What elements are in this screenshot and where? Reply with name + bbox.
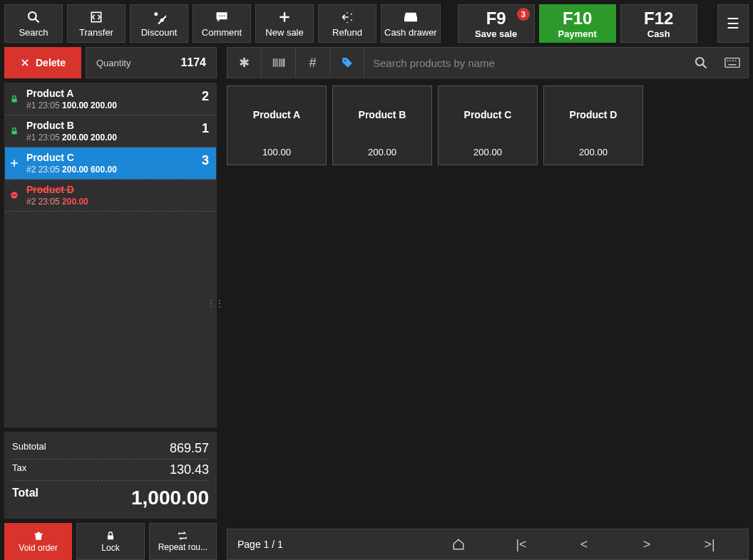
comment-icon <box>215 9 229 25</box>
pager: Page 1 / 1 |< < > >| <box>227 529 749 560</box>
product-name: Product C <box>464 109 512 120</box>
close-icon <box>20 58 30 68</box>
totals-panel: Subtotal 869.57 Tax 130.43 Total 1,000.0… <box>4 432 217 519</box>
product-tile[interactable]: Product A100.00 <box>227 85 327 165</box>
cash-button[interactable]: F12 Cash <box>620 4 697 43</box>
search-button[interactable]: Search <box>4 4 63 43</box>
save-sale-button[interactable]: 3 F9 Save sale <box>458 4 535 43</box>
svg-rect-31 <box>725 58 739 68</box>
menu-button[interactable]: ☰ <box>717 4 749 43</box>
search-submit-icon[interactable] <box>685 48 717 78</box>
svg-line-30 <box>703 65 707 68</box>
search-bar: ✱ # <box>227 47 749 78</box>
percent-icon <box>152 9 166 25</box>
cash-drawer-button[interactable]: Cash drawer <box>381 4 441 43</box>
order-line[interactable]: Product D#2 23:05 200.00 <box>5 180 216 212</box>
subtotal-value: 869.57 <box>170 441 209 456</box>
lock-button[interactable]: Lock <box>76 523 144 560</box>
svg-line-1 <box>36 19 39 23</box>
repeat-icon <box>177 531 188 541</box>
lock-icon <box>106 530 116 541</box>
next-page-icon[interactable]: > <box>618 537 675 552</box>
product-name: Product D <box>570 109 618 120</box>
line-detail: #1 23:05 100.00 200.00 <box>26 100 209 110</box>
line-qty: 3 <box>202 153 209 168</box>
line-name: Product B <box>26 120 209 131</box>
new-sale-button[interactable]: New sale <box>255 4 314 43</box>
pager-text: Page 1 / 1 <box>237 539 283 550</box>
keyboard-icon[interactable] <box>717 48 748 78</box>
product-price: 200.00 <box>579 147 608 157</box>
line-name: Product D <box>26 184 209 195</box>
plus-icon <box>9 157 20 169</box>
order-panel: Delete Quantity 1174 Product A2#1 23:05 … <box>0 47 221 560</box>
svg-rect-20 <box>108 535 113 539</box>
delete-button[interactable]: Delete <box>4 47 81 78</box>
total-label: Total <box>12 487 39 509</box>
refund-button[interactable]: Refund <box>318 4 376 43</box>
line-name: Product A <box>26 88 209 99</box>
lock-icon <box>9 125 20 137</box>
product-price: 200.00 <box>473 147 502 157</box>
svg-point-29 <box>696 58 704 66</box>
order-lines: Product A2#1 23:05 100.00 200.00Product … <box>4 83 217 427</box>
total-value: 1,000.00 <box>131 487 209 509</box>
svg-rect-14 <box>12 99 17 103</box>
discount-button[interactable]: Discount <box>130 4 188 43</box>
product-price: 200.00 <box>368 147 396 157</box>
transfer-button[interactable]: Transfer <box>67 4 125 43</box>
quantity-box[interactable]: Quantity 1174 <box>86 47 217 78</box>
first-page-icon[interactable]: |< <box>493 537 550 552</box>
line-detail: #1 23:05 200.00 200.00 <box>26 133 209 142</box>
product-tile[interactable]: Product D200.00 <box>543 85 643 165</box>
refund-icon <box>339 9 355 25</box>
line-name: Product C <box>26 152 209 163</box>
comment-button[interactable]: Comment <box>193 4 251 43</box>
top-toolbar: Search Transfer Discount Comment New sal… <box>0 0 753 47</box>
minus-icon <box>9 190 20 201</box>
hamburger-icon: ☰ <box>727 15 739 32</box>
svg-point-6 <box>219 16 220 17</box>
search-icon <box>26 9 41 25</box>
svg-point-8 <box>224 16 225 17</box>
void-order-button[interactable]: Void order <box>4 523 72 560</box>
svg-rect-15 <box>12 131 17 135</box>
hash-icon[interactable]: # <box>296 48 330 78</box>
cash-drawer-icon <box>403 9 419 25</box>
barcode-icon[interactable] <box>262 48 296 78</box>
line-detail: #2 23:05 200.00 <box>26 197 209 207</box>
svg-point-0 <box>29 12 36 20</box>
trash-icon <box>34 530 43 541</box>
tax-value: 130.43 <box>170 462 209 477</box>
product-price: 100.00 <box>262 147 291 157</box>
order-line[interactable]: Product A2#1 23:05 100.00 200.00 <box>5 83 216 115</box>
repeat-round-button[interactable]: Repeat rou... <box>149 523 217 560</box>
svg-rect-19 <box>12 195 16 195</box>
subtotal-label: Subtotal <box>12 441 46 456</box>
order-line[interactable]: Product B1#1 23:05 200.00 200.00 <box>5 115 216 147</box>
tax-label: Tax <box>12 462 26 477</box>
product-name: Product A <box>253 109 300 120</box>
product-tile[interactable]: Product B200.00 <box>332 85 432 165</box>
tag-icon[interactable] <box>330 48 364 78</box>
home-icon[interactable] <box>430 538 487 551</box>
drag-handle-icon[interactable]: ⋮⋮ <box>206 298 223 309</box>
payment-button[interactable]: F10 Payment <box>539 4 616 43</box>
product-search-input[interactable] <box>364 48 685 78</box>
save-badge: 3 <box>517 8 530 21</box>
product-name: Product B <box>359 109 406 120</box>
line-qty: 1 <box>202 121 209 136</box>
product-tile[interactable]: Product C200.00 <box>438 85 538 165</box>
prev-page-icon[interactable]: < <box>555 537 613 552</box>
lock-icon <box>9 93 20 105</box>
filter-all-icon[interactable]: ✱ <box>227 48 262 78</box>
transfer-icon <box>89 9 103 25</box>
svg-point-28 <box>344 60 345 61</box>
product-grid: Product A100.00Product B200.00Product C2… <box>227 78 749 529</box>
order-line[interactable]: Product C3#2 23:05 200.00 600.00 <box>5 147 216 180</box>
svg-point-3 <box>154 12 158 16</box>
line-detail: #2 23:05 200.00 600.00 <box>26 165 209 175</box>
last-page-icon[interactable]: >| <box>681 537 738 552</box>
line-qty: 2 <box>202 89 209 104</box>
product-panel: ✱ # Product A100.00Product B200.00Produc… <box>221 47 753 560</box>
